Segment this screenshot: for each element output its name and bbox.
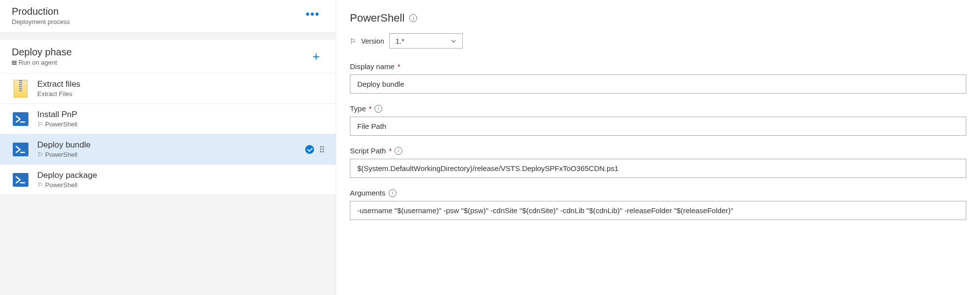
display-name-label: Display name * xyxy=(350,62,966,71)
info-icon[interactable]: i xyxy=(389,189,397,197)
environment-subtitle: Deployment process xyxy=(12,18,70,25)
info-icon[interactable]: i xyxy=(395,147,402,155)
display-name-input[interactable] xyxy=(350,74,966,94)
detail-panel: PowerShell i ⚐ Version 1.* Display name … xyxy=(336,0,980,295)
environment-header: Production Deployment process ••• xyxy=(0,0,336,33)
task-title: Deploy package xyxy=(37,171,324,180)
powershell-icon xyxy=(12,110,29,128)
script-path-label: Script Path * i xyxy=(350,147,966,155)
enabled-check-icon[interactable] xyxy=(305,145,314,154)
powershell-icon xyxy=(12,171,29,189)
task-title: Deploy bundle xyxy=(37,140,297,150)
type-input[interactable] xyxy=(350,117,966,136)
phase-subtitle: Run on agent xyxy=(12,59,72,66)
version-label: Version xyxy=(361,37,384,45)
arguments-input[interactable] xyxy=(350,201,966,220)
task-actions xyxy=(305,145,324,154)
drag-handle-icon[interactable] xyxy=(320,146,324,152)
task-item-extract-files[interactable]: Extract files Extract Files xyxy=(0,74,336,104)
phase-header[interactable]: Deploy phase Run on agent + xyxy=(0,40,336,74)
task-title: Install PnP xyxy=(37,110,324,120)
display-name-group: Display name * xyxy=(350,62,966,94)
arguments-group: Arguments i xyxy=(350,189,966,220)
add-task-button[interactable]: + xyxy=(309,49,324,64)
chevron-down-icon xyxy=(450,38,456,44)
task-subtitle: ⚐ PowerShell xyxy=(37,181,324,189)
task-title: Extract files xyxy=(37,79,324,89)
info-icon[interactable]: i xyxy=(409,14,417,22)
zip-icon xyxy=(12,80,29,98)
type-label: Type * i xyxy=(350,104,966,113)
required-asterisk: * xyxy=(397,62,400,71)
version-select[interactable]: 1.* xyxy=(389,33,463,49)
panel-heading: PowerShell i xyxy=(350,12,966,25)
arguments-label: Arguments i xyxy=(350,189,966,197)
script-path-group: Script Path * i xyxy=(350,147,966,178)
task-item-deploy-package[interactable]: Deploy package ⚐ PowerShell xyxy=(0,165,336,195)
task-list: Extract files Extract Files Install PnP … xyxy=(0,74,336,195)
left-panel: Production Deployment process ••• Deploy… xyxy=(0,0,336,295)
link-flag-icon: ⚐ xyxy=(37,121,43,128)
environment-title: Production xyxy=(12,6,70,17)
task-subtitle: ⚐ PowerShell xyxy=(37,121,324,128)
required-asterisk: * xyxy=(389,147,392,155)
more-options-button[interactable]: ••• xyxy=(302,6,324,23)
link-flag-icon: ⚐ xyxy=(37,151,43,158)
phase-title: Deploy phase xyxy=(12,47,72,58)
script-path-input[interactable] xyxy=(350,159,966,178)
task-item-install-pnp[interactable]: Install PnP ⚐ PowerShell xyxy=(0,104,336,134)
version-row: ⚐ Version 1.* xyxy=(350,33,966,49)
link-flag-icon: ⚐ xyxy=(37,181,43,189)
link-flag-icon: ⚐ xyxy=(350,37,356,45)
required-asterisk: * xyxy=(369,104,372,113)
type-group: Type * i xyxy=(350,104,966,136)
task-subtitle: Extract Files xyxy=(37,90,324,98)
task-item-deploy-bundle[interactable]: Deploy bundle ⚐ PowerShell xyxy=(0,134,336,165)
powershell-icon xyxy=(12,141,29,158)
agent-icon xyxy=(12,61,17,65)
info-icon[interactable]: i xyxy=(374,105,382,113)
task-subtitle: ⚐ PowerShell xyxy=(37,151,297,158)
